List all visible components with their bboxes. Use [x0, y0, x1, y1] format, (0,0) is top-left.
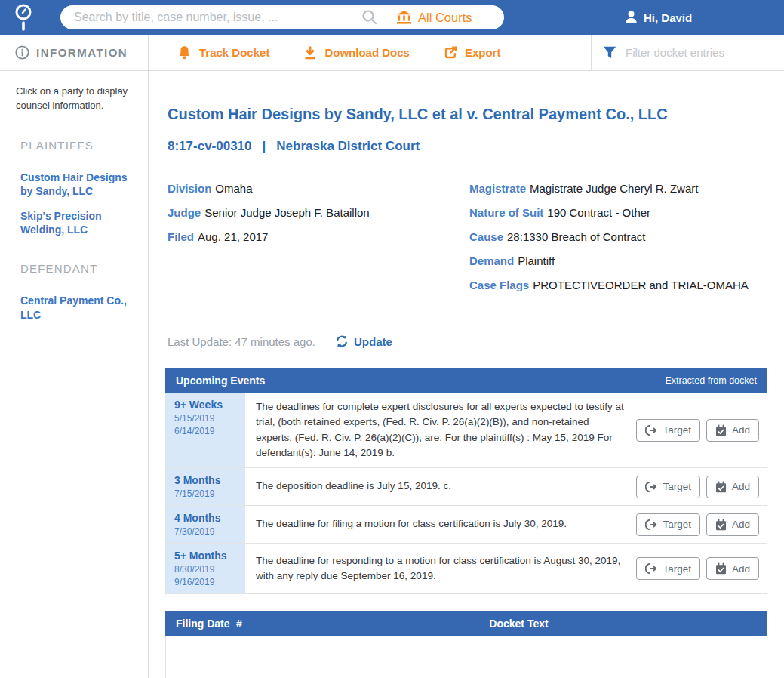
case-field-value: Omaha	[215, 182, 252, 195]
number-column-header: #	[236, 618, 270, 630]
case-subtitle: 8:17-cv-00310 | Nebraska District Court	[168, 139, 784, 154]
case-field-label: Case Flags	[469, 279, 529, 291]
information-title: INFORMATION	[36, 46, 128, 59]
calendar-add-icon	[715, 481, 727, 493]
all-courts-label: All Courts	[418, 11, 472, 25]
add-button[interactable]: Add	[706, 557, 759, 580]
case-field: JudgeSenior Judge Joseph F. Bataillon	[168, 206, 469, 220]
defendant-section: DEFENDANT Central Payment Co., LLC	[20, 262, 129, 321]
event-row: 4 Months 7/30/2019 The deadline for fili…	[166, 506, 767, 544]
case-field-label: Cause	[469, 230, 503, 243]
event-period: 3 Months	[174, 474, 241, 486]
filter-docket-box	[591, 35, 784, 71]
case-field: Case FlagsPROTECTIVEORDER and TRIAL-OMAH…	[469, 279, 784, 292]
event-date: 9/16/2019	[174, 577, 241, 587]
plaintiffs-section: PLAINTIFFS Custom Hair Designs by Sandy,…	[20, 139, 129, 237]
courthouse-icon	[397, 11, 411, 24]
target-button[interactable]: Target	[636, 557, 700, 580]
case-field-label: Filed	[168, 230, 194, 243]
track-docket-button[interactable]: Track Docket	[177, 45, 269, 60]
case-court: Nebraska District Court	[276, 139, 420, 154]
target-icon	[645, 481, 657, 493]
sidebar-hint: Click on a party to display counsel info…	[16, 85, 134, 113]
docket-number-cell: 78	[237, 636, 271, 678]
calendar-add-icon	[715, 562, 727, 575]
case-field-value: Plaintiff	[518, 254, 555, 267]
filter-docket-input[interactable]	[626, 46, 769, 59]
event-period: 4 Months	[174, 512, 241, 524]
toolbar: INFORMATION Track Docket Download Docs	[0, 35, 784, 71]
toolbar-actions: Track Docket Download Docs Export	[149, 35, 784, 70]
case-fields-left: DivisionOmaha JudgeSenior Judge Joseph F…	[168, 182, 469, 303]
all-courts-button[interactable]: All Courts	[397, 11, 486, 25]
event-description: The deadlines for complete expert disclo…	[245, 393, 636, 467]
filing-date-column-header: Filing Date	[165, 618, 236, 630]
event-row: 9+ Weeks 5/15/2019 6/14/2019 The deadlin…	[166, 393, 767, 468]
export-button[interactable]: Export	[444, 46, 501, 60]
case-field: DivisionOmaha	[168, 182, 469, 196]
plaintiffs-heading: PLAINTIFFS	[20, 139, 129, 159]
upcoming-events-title: Upcoming Events	[176, 374, 265, 387]
add-label: Add	[732, 563, 750, 575]
upcoming-events-table: Upcoming Events Extracted from docket 9+…	[165, 368, 767, 594]
event-dates: 7/30/2019	[174, 526, 241, 537]
add-button[interactable]: Add	[706, 513, 759, 536]
event-dates: 7/15/2019	[174, 488, 241, 499]
case-field: Nature of Suit190 Contract - Other	[469, 206, 784, 220]
case-field-value: 190 Contract - Other	[547, 206, 650, 219]
export-label: Export	[465, 46, 501, 59]
plaintiff-party-link[interactable]: Custom Hair Designs by Sandy, LLC	[20, 171, 129, 198]
case-field: DemandPlaintiff	[469, 254, 784, 268]
user-menu[interactable]: Hi, David	[625, 0, 692, 35]
event-actions: Target Add	[636, 393, 767, 467]
event-description: The deadline for filing a motion for cla…	[245, 506, 636, 543]
search-bar: All Courts	[60, 5, 504, 29]
target-icon	[645, 424, 657, 436]
event-period-cell: 3 Months 7/15/2019	[166, 468, 245, 505]
event-period: 9+ Weeks	[174, 399, 241, 411]
export-icon	[444, 46, 457, 60]
docket-text: BRIEF in support of OBJECTION TO MAGISTR…	[271, 636, 767, 678]
refresh-icon	[335, 334, 349, 348]
target-button[interactable]: Target	[636, 419, 700, 442]
target-button[interactable]: Target	[636, 476, 700, 498]
case-field-value: Senior Judge Joseph F. Bataillon	[204, 206, 369, 219]
case-field: MagistrateMagistrate Judge Cheryl R. Zwa…	[469, 182, 784, 196]
calendar-add-icon	[715, 519, 727, 531]
case-field-value: Magistrate Judge Cheryl R. Zwart	[530, 182, 698, 195]
search-icon[interactable]	[361, 9, 378, 26]
search-input[interactable]	[60, 11, 358, 24]
add-label: Add	[732, 481, 750, 492]
case-field-value: 28:1330 Breach of Contract	[507, 230, 645, 243]
target-button[interactable]: Target	[636, 513, 700, 536]
plaintiff-party-link[interactable]: Skip's Precision Welding, LLC	[20, 209, 129, 236]
add-label: Add	[732, 424, 750, 436]
download-docs-button[interactable]: Download Docs	[303, 45, 410, 60]
event-actions: Target Add	[636, 506, 767, 543]
download-icon	[303, 45, 317, 60]
update-label: Update _	[354, 335, 401, 348]
target-label: Target	[663, 563, 691, 575]
event-description: The deposition deadline is July 15, 2019…	[245, 468, 636, 505]
sidebar: Click on a party to display counsel info…	[0, 71, 149, 678]
search-divider	[389, 8, 389, 26]
track-docket-label: Track Docket	[199, 46, 269, 59]
event-actions: Target Add	[636, 544, 767, 593]
add-button[interactable]: Add	[706, 419, 759, 442]
event-row: 5+ Months 8/30/2019 9/16/2019 The deadli…	[166, 544, 767, 593]
user-icon	[625, 11, 638, 24]
add-button[interactable]: Add	[706, 476, 759, 498]
app-logo-icon[interactable]	[11, 2, 36, 35]
defendants-list: Central Payment Co., LLC	[20, 294, 129, 321]
event-period-cell: 5+ Months 8/30/2019 9/16/2019	[166, 544, 245, 593]
defendant-heading: DEFENDANT	[20, 262, 129, 282]
update-button[interactable]: Update _	[335, 334, 401, 348]
defendant-party-link[interactable]: Central Payment Co., LLC	[20, 294, 129, 321]
case-fields: DivisionOmaha JudgeSenior Judge Joseph F…	[168, 182, 784, 303]
main-content: Custom Hair Designs by Sandy, LLC et al …	[149, 71, 784, 678]
filter-icon	[603, 46, 616, 59]
event-period-cell: 4 Months 7/30/2019	[166, 506, 245, 543]
event-period: 5+ Months	[174, 550, 241, 562]
last-update-text: Last Update: 47 minutes ago.	[168, 335, 315, 348]
case-subtitle-separator: |	[263, 139, 266, 154]
